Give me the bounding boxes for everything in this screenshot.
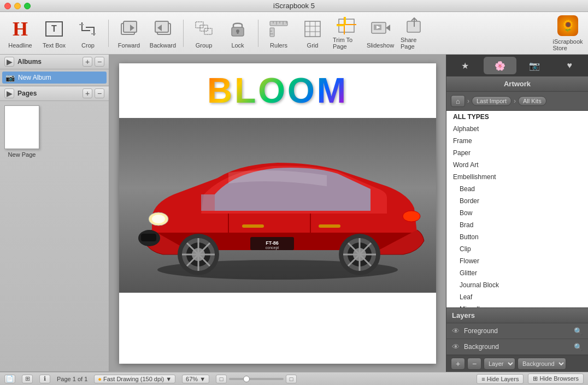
tab-favorites[interactable]: ★ xyxy=(449,57,481,74)
artwork-border[interactable]: Border xyxy=(446,195,588,207)
artwork-flower[interactable]: Flower xyxy=(446,255,588,267)
tab-bar: ★ 🌸 📷 ♥ xyxy=(446,55,588,76)
info-button[interactable]: ℹ xyxy=(39,375,50,383)
textbox-icon: T xyxy=(43,18,65,40)
canvas-area[interactable]: BLOOM xyxy=(109,55,446,372)
artwork-alphabet[interactable]: Alphabet xyxy=(446,123,588,135)
crop-button[interactable]: Crop xyxy=(72,15,104,52)
page-info: Page 1 of 1 xyxy=(57,376,87,382)
tab-photos[interactable]: 📷 xyxy=(519,57,551,74)
artwork-button[interactable]: Button xyxy=(446,231,588,243)
foreground-search-icon[interactable]: 🔍 xyxy=(574,327,583,335)
artwork-bead[interactable]: Bead xyxy=(446,183,588,195)
background-search-icon[interactable]: 🔍 xyxy=(574,343,583,351)
artwork-list: ALL TYPES Alphabet Frame Paper Word Art … xyxy=(446,111,588,307)
backward-label: Backward xyxy=(150,42,176,49)
group-icon xyxy=(193,18,215,40)
albums-collapse-button[interactable]: ▶ xyxy=(4,57,14,67)
svg-rect-35 xyxy=(344,17,346,25)
textbox-button[interactable]: T Text Box xyxy=(38,15,70,52)
remove-album-button[interactable]: − xyxy=(95,57,104,67)
lock-button[interactable]: Lock xyxy=(222,15,254,52)
slideshow-label: Slideshow xyxy=(367,42,394,49)
sharepage-button[interactable]: Share Page xyxy=(398,15,430,52)
artwork-paper[interactable]: Paper xyxy=(446,147,588,159)
svg-text:concept: concept xyxy=(266,246,279,250)
grid-view-button[interactable]: ⊞ xyxy=(22,375,33,383)
svg-rect-17 xyxy=(237,31,239,34)
zoom-reset-button[interactable]: □ xyxy=(286,375,297,383)
background-layer[interactable]: 👁 Background 🔍 xyxy=(446,339,588,355)
trimtopage-button[interactable]: Trim To Page xyxy=(331,15,362,52)
grid-button[interactable]: Grid xyxy=(297,15,328,52)
add-album-button[interactable]: + xyxy=(83,57,92,67)
breadcrumb-arrow-1: › xyxy=(467,97,469,105)
page-icon-button[interactable]: 📄 xyxy=(4,375,15,383)
layer-type-select[interactable]: Layer xyxy=(484,358,515,370)
artwork-leaf[interactable]: Leaf xyxy=(446,291,588,303)
svg-rect-49 xyxy=(141,234,156,241)
artwork-clip[interactable]: Clip xyxy=(446,243,588,255)
artwork-word-art[interactable]: Word Art xyxy=(446,159,588,171)
hide-browsers-button[interactable]: ⊞ Hide Browsers xyxy=(528,374,584,384)
sharepage-label: Share Page xyxy=(401,37,428,50)
trimtopage-label: Trim To Page xyxy=(333,37,360,50)
add-page-button[interactable]: + xyxy=(83,88,92,98)
zoom-fit-button[interactable]: □ xyxy=(216,375,227,383)
artwork-bow[interactable]: Bow xyxy=(446,207,588,219)
store-button[interactable]: 🌻 iScrapbook Store xyxy=(552,15,584,52)
main-layout: ▶ Albums + − 📷 New Album ▶ Page xyxy=(0,55,588,372)
group-button[interactable]: Group xyxy=(188,15,220,52)
artwork-miscellaneous[interactable]: Miscellaneous xyxy=(446,303,588,307)
page-canvas: BLOOM xyxy=(119,63,436,364)
background-visibility-icon[interactable]: 👁 xyxy=(452,342,460,351)
forward-icon xyxy=(118,18,140,40)
add-layer-button[interactable]: + xyxy=(451,358,465,370)
headline-icon: H xyxy=(9,18,31,40)
artwork-glitter[interactable]: Glitter xyxy=(446,267,588,279)
new-album-item[interactable]: 📷 New Album xyxy=(2,72,107,84)
tab-artwork[interactable]: 🌸 xyxy=(484,57,516,74)
forward-button[interactable]: Forward xyxy=(113,15,145,52)
svg-rect-13 xyxy=(200,25,208,31)
foreground-layer[interactable]: 👁 Foreground 🔍 xyxy=(446,323,588,339)
slideshow-button[interactable]: Slideshow xyxy=(364,15,396,52)
layer-target-select[interactable]: Background xyxy=(518,358,566,370)
titlebar: iScrapbook 5 xyxy=(0,0,588,12)
album-icon: 📷 xyxy=(5,73,15,82)
drawing-mode-badge[interactable]: ● Fast Drawing (150 dpi) ▼ xyxy=(94,375,175,383)
zoom-value: 67% xyxy=(186,376,198,382)
pages-collapse-button[interactable]: ▶ xyxy=(4,88,14,98)
zoom-slider[interactable] xyxy=(229,378,284,380)
toolbar: H Headline T Text Box Crop xyxy=(0,12,588,55)
minimize-button[interactable] xyxy=(14,3,21,9)
artwork-brad[interactable]: Brad xyxy=(446,219,588,231)
tab-hearts[interactable]: ♥ xyxy=(553,57,586,74)
lock-icon xyxy=(227,18,249,40)
artwork-journal-block[interactable]: Journal Block xyxy=(446,279,588,291)
artwork-all-types[interactable]: ALL TYPES xyxy=(446,111,588,123)
albums-header: ▶ Albums + − xyxy=(0,55,109,69)
page-thumb-container[interactable]: New Page xyxy=(4,105,39,367)
store-icon: 🌻 xyxy=(557,15,579,36)
rulers-button[interactable]: Rulers xyxy=(263,15,295,52)
zoom-badge[interactable]: 67% ▼ xyxy=(182,375,209,383)
last-import-button[interactable]: Last Import xyxy=(472,96,511,106)
drawing-mode-text: Fast Drawing (150 dpi) xyxy=(103,376,164,382)
artwork-frame[interactable]: Frame xyxy=(446,135,588,147)
close-button[interactable] xyxy=(4,3,11,9)
artwork-embellishment[interactable]: Embellishment xyxy=(446,171,588,183)
maximize-button[interactable] xyxy=(24,3,31,9)
foreground-visibility-icon[interactable]: 👁 xyxy=(452,327,460,335)
headline-button[interactable]: H Headline xyxy=(4,15,36,52)
remove-page-button[interactable]: − xyxy=(95,88,104,98)
layers-list-icon: ≡ xyxy=(481,376,486,382)
all-kits-button[interactable]: All Kits xyxy=(518,96,546,106)
layers-header: Layers xyxy=(446,308,588,323)
artwork-home-button[interactable]: ⌂ xyxy=(451,95,465,107)
svg-rect-4 xyxy=(79,24,84,25)
page-canvas-car: FT-86 concept xyxy=(119,118,436,293)
hide-layers-button[interactable]: ≡ Hide Layers xyxy=(477,374,524,384)
backward-button[interactable]: Backward xyxy=(147,15,179,52)
remove-layer-button[interactable]: − xyxy=(467,358,481,370)
